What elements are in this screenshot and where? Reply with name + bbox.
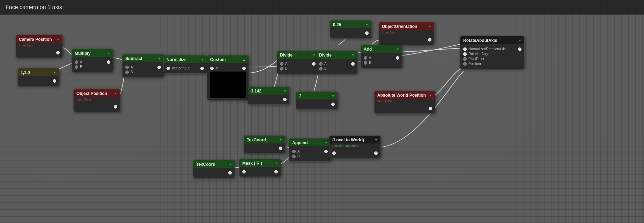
add-label: Add	[364, 47, 372, 52]
multiply-label: Multiply	[75, 51, 90, 56]
mask-r-header: Mask ( R ) ▼	[239, 159, 281, 167]
custom-out-port	[242, 67, 246, 70]
texcoord1-out-port	[279, 147, 282, 150]
val-3142-body	[248, 95, 289, 104]
mask-r-label: Mask ( R )	[242, 161, 262, 166]
normalize-in-port	[166, 67, 170, 70]
multiply-out-port	[107, 60, 110, 64]
subtract-b-port	[125, 70, 129, 74]
object-position-header: Object Position ▼	[74, 89, 120, 97]
texcoord2-label: TexCoord	[196, 162, 215, 167]
texcoord2-body	[193, 168, 235, 178]
divide2-label: Divide	[319, 53, 332, 58]
custom-preview	[210, 72, 246, 98]
custom-body: In	[207, 63, 249, 100]
append-node: Append ▼ A B	[289, 138, 331, 162]
mask-r-node: Mask ( R ) ▼	[239, 159, 281, 177]
divide2-body: A B	[316, 59, 357, 74]
divide1-body: A B	[277, 59, 318, 74]
texcoord2-out-port	[228, 171, 232, 174]
custom-label: Custom	[210, 57, 226, 62]
texcoord1-header: TexCoord ▼	[244, 136, 285, 143]
custom-node: Custom ▲ In	[207, 55, 249, 100]
val-3142-node: 3.142 ▼	[248, 87, 290, 105]
camera-position-output	[19, 51, 60, 54]
position-port	[463, 62, 467, 66]
rotate-out-port	[518, 47, 521, 51]
object-orientation-subtext: Input Data	[379, 30, 434, 35]
node-canvas[interactable]: Face camera on 1 axis	[0, 0, 644, 223]
object-orientation-label: ObjectOrientation	[382, 24, 417, 29]
add-out-port	[396, 56, 399, 60]
add-body: A B	[361, 53, 402, 68]
val-3142-out-port	[283, 98, 287, 101]
rotate-about-axis-label: RotateAboutAxis	[463, 38, 497, 43]
object-position-node: Object Position ▼ Input Data	[73, 89, 120, 112]
val-025-node: 0.25 ▼	[330, 20, 372, 38]
normalized-rotation-axis-port	[463, 47, 467, 51]
val-025-body	[330, 28, 371, 38]
add-header: Add ▼	[361, 45, 402, 53]
local-to-world-subtext: Position Transform	[330, 143, 380, 148]
val-2-out-port	[331, 103, 335, 106]
rotate-about-axis-body: NormalizedRotationAxis RotationAngle Piv…	[460, 44, 524, 69]
divide1-label: Divide	[280, 53, 293, 58]
pivot-point-port	[463, 57, 467, 61]
local-to-world-header: (Local to World) ▼	[330, 136, 380, 143]
absolute-world-position-header: Absolute World Position ▼	[375, 91, 435, 99]
absolute-world-position-node: Absolute World Position ▼ Input Data	[374, 91, 435, 114]
object-position-label: Object Position	[76, 91, 107, 96]
divide2-node: Divide ▼ A B	[316, 51, 358, 74]
custom-in-port	[210, 67, 214, 70]
absolute-world-position-subtext: Input Data	[375, 99, 435, 104]
val-3142-header: 3.142 ▼	[248, 87, 289, 95]
object-position-out-port	[114, 105, 117, 109]
camera-position-node: Camera Position ▼ Input Data	[16, 35, 63, 58]
add-b-port	[364, 61, 367, 65]
object-position-body	[74, 102, 120, 112]
divide2-b-port	[319, 67, 323, 70]
divide1-node: Divide ▼ A B	[277, 51, 319, 74]
camera-position-label: Camera Position	[19, 37, 52, 42]
subtract-node: Subtract ▼ A B	[122, 54, 164, 77]
texcoord1-body	[244, 143, 285, 153]
texcoord2-node: TexCoord ▼	[193, 160, 235, 178]
custom-header: Custom ▲	[207, 55, 249, 63]
object-orientation-body	[379, 35, 434, 45]
val-025-out-port	[365, 31, 369, 35]
add-a-port	[364, 56, 367, 60]
local-to-world-body	[330, 148, 380, 158]
object-position-subtext: Input Data	[74, 97, 120, 102]
texcoord1-label: TexCoord	[247, 137, 266, 142]
local-to-world-in-port	[332, 151, 336, 155]
append-b-port	[292, 155, 296, 158]
divide2-a-port	[319, 62, 323, 66]
val-025-label: 0.25	[333, 22, 341, 27]
normalize-node: Normalize ▼ VectorInput	[163, 55, 207, 74]
append-header: Append ▼	[289, 139, 331, 146]
subtract-header: Subtract ▼	[123, 54, 164, 62]
val-2-node: 2 ▼	[296, 91, 338, 110]
val-025-header: 0.25 ▼	[330, 21, 371, 28]
subtract-out-port	[157, 66, 161, 69]
title-bar: Face camera on 1 axis	[0, 0, 644, 15]
normalize-out-port	[200, 67, 204, 70]
val-110-label: 1,1,0	[21, 70, 30, 75]
normalize-header: Normalize ▼	[164, 55, 207, 63]
divide2-header: Divide ▼	[316, 51, 357, 59]
multiply-b-port	[75, 65, 78, 69]
texcoord2-header: TexCoord ▼	[193, 160, 235, 168]
append-a-port	[292, 150, 296, 153]
subtract-a-port	[125, 66, 129, 69]
mask-r-body	[239, 167, 281, 177]
rotate-about-axis-header: RotateAboutAxis ▼	[460, 36, 524, 44]
rotate-about-axis-node: RotateAboutAxis ▼ NormalizedRotationAxis…	[460, 36, 525, 69]
texcoord1-node: TexCoord ▼	[244, 135, 286, 154]
local-to-world-label: (Local to World)	[332, 137, 364, 142]
multiply-body: A B	[72, 57, 113, 72]
absolute-world-position-out-port	[429, 107, 432, 110]
val-110-node: 1,1,0 ▼	[17, 68, 59, 86]
rotation-angle-port	[463, 52, 467, 56]
camera-position-body	[16, 48, 62, 58]
object-orientation-node: ObjectOrientation ▼ Input Data	[379, 22, 435, 45]
